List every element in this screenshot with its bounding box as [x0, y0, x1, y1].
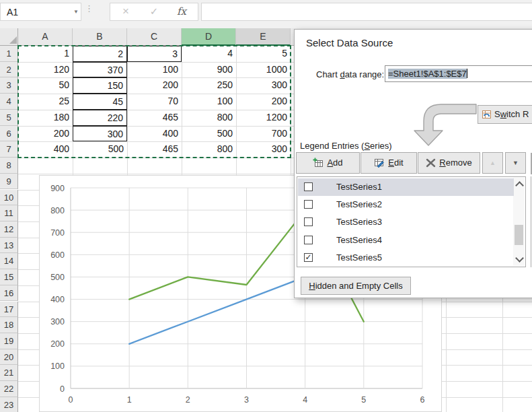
series-item-testseries2[interactable]: TestSeries2 [298, 196, 514, 213]
series-checkbox-2[interactable] [304, 200, 313, 209]
cell-A5[interactable]: 180 [18, 110, 73, 126]
svg-text:700: 700 [50, 228, 65, 238]
scroll-down-icon[interactable] [515, 254, 524, 263]
add-series-button[interactable]: Add [296, 152, 360, 174]
cell-D1[interactable]: 4 [182, 46, 236, 62]
row-header-18[interactable]: 18 [0, 317, 18, 333]
svg-text:5: 5 [361, 395, 366, 405]
row-header-2[interactable]: 2 [0, 62, 18, 78]
enter-icon[interactable]: ✓ [143, 3, 165, 21]
cell-D2[interactable]: 900 [182, 62, 236, 78]
cell-D3[interactable]: 250 [182, 77, 236, 94]
formula-bar-input[interactable] [201, 3, 532, 21]
svg-text:0: 0 [60, 384, 65, 394]
row-header-13[interactable]: 13 [0, 238, 18, 254]
series-item-testseries1[interactable]: TestSeries1 [298, 178, 514, 196]
row-header-17[interactable]: 17 [0, 302, 18, 318]
row-header-1[interactable]: 1 [0, 46, 18, 62]
series-item-testseries3[interactable]: TestSeries3 [298, 213, 514, 231]
cell-A4[interactable]: 25 [18, 94, 73, 110]
row-header-20[interactable]: 20 [0, 349, 18, 366]
series-item-testseries4[interactable]: TestSeries4 [298, 232, 514, 249]
remove-series-button[interactable]: Remove [418, 152, 480, 174]
row-header-10[interactable]: 10 [0, 190, 18, 206]
cell-A1[interactable]: 1 [18, 46, 73, 62]
series-item-testseries5[interactable]: ✓TestSeries5 [298, 249, 514, 267]
move-series-up-button[interactable]: ▲ [482, 152, 503, 174]
column-header-e[interactable]: E [236, 28, 291, 46]
name-box-dropdown-icon[interactable]: ▼ [70, 3, 82, 21]
cell-B1[interactable]: 2 [73, 46, 127, 62]
scroll-up-icon[interactable] [515, 181, 524, 190]
cell-D4[interactable]: 100 [182, 94, 236, 110]
hidden-and-empty-cells-button[interactable]: Hidden and Empty Cells [301, 277, 411, 295]
switch-button-label: Switch R [494, 109, 529, 119]
cell-C6[interactable]: 400 [127, 126, 182, 142]
column-header-c[interactable]: C [127, 28, 182, 45]
row-header-16[interactable]: 16 [0, 285, 18, 302]
dialog-title[interactable]: Select Data Source [306, 37, 393, 48]
row-header-4[interactable]: 4 [0, 94, 18, 110]
name-box[interactable]: A1 [0, 3, 81, 21]
series-checkbox-3[interactable] [304, 217, 313, 226]
cell-E2[interactable]: 1000 [236, 62, 291, 78]
series-list-scrollbar[interactable] [513, 178, 525, 266]
cell-C4[interactable]: 70 [127, 94, 182, 110]
cell-E5[interactable]: 1200 [236, 110, 291, 126]
column-header-a[interactable]: A [18, 28, 73, 45]
cell-B4[interactable]: 45 [73, 94, 127, 110]
cell-E7[interactable]: 300 [236, 141, 291, 158]
column-header-b[interactable]: B [73, 28, 127, 45]
row-header-21[interactable]: 21 [0, 365, 18, 381]
svg-text:0: 0 [69, 395, 73, 405]
cancel-icon[interactable]: × [114, 3, 137, 21]
cell-A7[interactable]: 400 [18, 141, 73, 158]
cell-B5[interactable]: 220 [73, 110, 127, 126]
row-header-3[interactable]: 3 [0, 77, 18, 94]
series-checkbox-4[interactable] [304, 236, 313, 244]
svg-text:3: 3 [244, 395, 249, 405]
row-header-9[interactable]: 9 [0, 174, 18, 190]
cell-E3[interactable]: 300 [236, 77, 291, 94]
row-header-7[interactable]: 7 [0, 141, 18, 158]
insert-function-icon[interactable]: fx [169, 3, 194, 21]
cell-D5[interactable]: 800 [182, 110, 236, 126]
cell-E1[interactable]: 5 [236, 46, 291, 62]
cell-B3[interactable]: 150 [73, 77, 127, 94]
cell-D6[interactable]: 500 [182, 126, 236, 142]
cell-C3[interactable]: 200 [127, 77, 182, 94]
cell-E4[interactable]: 200 [236, 94, 291, 110]
cell-C7[interactable]: 465 [127, 141, 182, 158]
cell-A2[interactable]: 120 [18, 62, 73, 78]
row-header-8[interactable]: 8 [0, 158, 18, 174]
remove-button-label: Remove [439, 158, 471, 168]
series-checkbox-1[interactable] [304, 182, 313, 191]
row-header-19[interactable]: 19 [0, 333, 18, 349]
cell-B2[interactable]: 370 [73, 62, 127, 78]
row-header-5[interactable]: 5 [0, 110, 18, 126]
row-header-6[interactable]: 6 [0, 126, 18, 142]
edit-series-button[interactable]: Edit [360, 152, 417, 174]
scrollbar-thumb[interactable] [515, 225, 523, 245]
row-header-22[interactable]: 22 [0, 381, 18, 397]
row-header-12[interactable]: 12 [0, 221, 18, 238]
cell-A3[interactable]: 50 [18, 77, 73, 94]
chart-data-range-input[interactable]: =Sheet1!$A$1:$E$7 [385, 65, 532, 82]
series-checkbox-5[interactable]: ✓ [304, 253, 313, 262]
cell-E6[interactable]: 700 [236, 126, 291, 142]
cell-B7[interactable]: 500 [73, 141, 127, 158]
formula-strip: A1 ▼ ⋮ × ✓ fx [0, 0, 532, 29]
row-header-14[interactable]: 14 [0, 253, 18, 269]
switch-row-column-button[interactable]: Switch R [478, 105, 532, 124]
cell-D7[interactable]: 800 [182, 141, 236, 158]
row-header-23[interactable]: 23 [0, 397, 18, 412]
row-header-15[interactable]: 15 [0, 269, 18, 285]
cell-B6[interactable]: 300 [73, 126, 127, 142]
cell-C1[interactable]: 3 [127, 46, 182, 62]
cell-C5[interactable]: 465 [127, 110, 182, 126]
cell-A6[interactable]: 200 [18, 126, 73, 142]
row-header-11[interactable]: 11 [0, 205, 18, 221]
column-header-d[interactable]: D [182, 28, 236, 46]
move-series-down-button[interactable]: ▼ [505, 152, 526, 174]
cell-C2[interactable]: 100 [127, 62, 182, 78]
